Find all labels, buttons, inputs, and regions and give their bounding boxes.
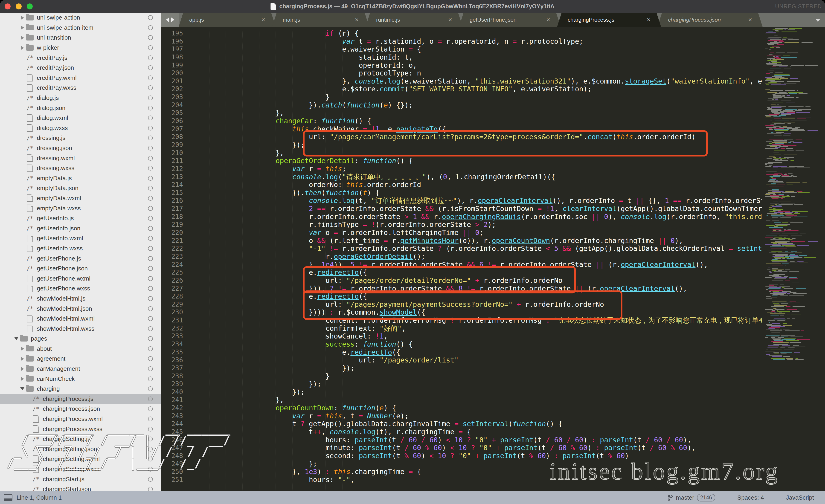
- panel-toggle-icon[interactable]: [4, 494, 12, 501]
- sidebar-file-chargingProcess.js[interactable]: /*chargingProcess.js: [0, 394, 161, 404]
- sidebar-file-chargingProcess.json[interactable]: /*chargingProcess.json: [0, 404, 161, 414]
- close-tab-icon[interactable]: ×: [254, 17, 265, 23]
- sidebar-file-chargingSetting.wxss[interactable]: chargingSetting.wxss: [0, 464, 161, 474]
- sidebar-file-dialog.json[interactable]: /*dialog.json: [0, 103, 161, 113]
- minimap-mark: [771, 310, 775, 311]
- close-tab-icon[interactable]: ×: [442, 17, 452, 23]
- sidebar-file-dressing.js[interactable]: /*dressing.js: [0, 133, 161, 143]
- sidebar-file-showModelHtml.json[interactable]: /*showModelHtml.json: [0, 304, 161, 314]
- sidebar-file-getUserInfo.wxss[interactable]: getUserInfo.wxss: [0, 244, 161, 254]
- minimap-mark: [772, 291, 779, 292]
- minimap-mark: [774, 75, 790, 76]
- file-status-circle-icon: [148, 56, 153, 60]
- sidebar-file-showModelHtml.wxml[interactable]: showModelHtml.wxml: [0, 314, 161, 324]
- sidebar-folder-charging[interactable]: charging: [0, 384, 161, 394]
- chevron-right-icon[interactable]: [21, 36, 24, 40]
- sidebar-folder-carManagement[interactable]: carManagement: [0, 364, 161, 374]
- tab-chargingProcess.js[interactable]: chargingProcess.js×: [557, 13, 661, 27]
- sidebar-file-dialog.js[interactable]: /*dialog.js: [0, 93, 161, 103]
- tab-list-dropdown-icon[interactable]: [815, 19, 820, 22]
- sidebar-file-emptyData.wxss[interactable]: emptyData.wxss: [0, 203, 161, 213]
- chevron-right-icon[interactable]: [21, 367, 24, 371]
- tab-chargingProcess.json[interactable]: chargingProcess.json×: [658, 13, 763, 27]
- minimap-mark: [778, 337, 784, 338]
- sidebar-file-getUserPhone.json[interactable]: /*getUserPhone.json: [0, 263, 161, 274]
- sidebar-file-dialog.wxml[interactable]: dialog.wxml: [0, 113, 161, 123]
- code-editor[interactable]: 195 if (r) {196 var t = r.stationId, o =…: [161, 29, 762, 484]
- sidebar-folder-uni-swipe-action-item[interactable]: uni-swipe-action-item: [0, 23, 161, 33]
- sidebar-file-emptyData.json[interactable]: /*emptyData.json: [0, 183, 161, 193]
- tab-getUserPhone.json[interactable]: getUserPhone.json×: [459, 13, 561, 27]
- source-file-icon: /*: [26, 55, 34, 61]
- sidebar-file-chargingStart.js[interactable]: /*chargingStart.js: [0, 474, 161, 484]
- minimize-window-button[interactable]: [16, 3, 22, 9]
- minimap-mark: [773, 342, 789, 343]
- sidebar-file-emptyData.wxml[interactable]: emptyData.wxml: [0, 193, 161, 203]
- sidebar-folder-pages[interactable]: pages: [0, 334, 161, 344]
- minimap[interactable]: [762, 27, 825, 491]
- plain-file-icon: [32, 466, 40, 473]
- zoom-window-button[interactable]: [27, 3, 33, 9]
- cursor-position-group[interactable]: Line 1, Column 1: [4, 494, 62, 501]
- close-tab-icon[interactable]: ×: [348, 17, 359, 23]
- sidebar-file-chargingSetting.js[interactable]: /*chargingSetting.js: [0, 434, 161, 444]
- chevron-right-icon[interactable]: [21, 46, 24, 50]
- sidebar-folder-uni-swipe-action[interactable]: uni-swipe-action: [0, 13, 161, 23]
- sidebar-folder-w-picker[interactable]: w-picker: [0, 43, 161, 53]
- sidebar-file-getUserPhone.wxss[interactable]: getUserPhone.wxss: [0, 283, 161, 293]
- sidebar-file-chargingStart.json[interactable]: /*chargingStart.json: [0, 484, 161, 491]
- sidebar-file-dialog.wxss[interactable]: dialog.wxss: [0, 123, 161, 133]
- chevron-right-icon[interactable]: [21, 25, 24, 30]
- sidebar-file-dressing.wxss[interactable]: dressing.wxss: [0, 163, 161, 173]
- syntax-selector[interactable]: JavaScript: [775, 494, 814, 501]
- sidebar-file-creditPay.wxss[interactable]: creditPay.wxss: [0, 83, 161, 93]
- file-status-circle-icon: [148, 186, 153, 190]
- tab-app.js[interactable]: app.js×: [179, 13, 276, 27]
- file-status-circle-icon: [148, 467, 153, 472]
- sidebar-file-chargingSetting.json[interactable]: /*chargingSetting.json: [0, 444, 161, 454]
- sidebar-file-getUserPhone.wxml[interactable]: getUserPhone.wxml: [0, 273, 161, 283]
- tab-scroll-right-icon[interactable]: [171, 17, 174, 22]
- sidebar-folder-uni-transition[interactable]: uni-transition: [0, 33, 161, 43]
- chevron-right-icon[interactable]: [21, 377, 24, 381]
- file-label: getUserInfo.json: [37, 225, 80, 232]
- sidebar-file-getUserInfo.wxml[interactable]: getUserInfo.wxml: [0, 233, 161, 244]
- chevron-down-icon[interactable]: [20, 387, 24, 390]
- sidebar-file-creditPay.wxml[interactable]: creditPay.wxml: [0, 73, 161, 83]
- indentation-setting[interactable]: Spaces: 4: [726, 494, 775, 501]
- code-line-223: 223 r.operaGetOrderDetail();: [161, 253, 762, 261]
- chevron-right-icon[interactable]: [21, 357, 24, 361]
- sidebar-folder-about[interactable]: about: [0, 344, 161, 354]
- sidebar-file-dressing.wxml[interactable]: dressing.wxml: [0, 153, 161, 163]
- minimap-mark: [770, 39, 781, 39]
- close-tab-icon[interactable]: ×: [640, 17, 651, 23]
- minimap-mark: [785, 212, 793, 213]
- sidebar-folder-agreement[interactable]: agreement: [0, 354, 161, 364]
- tab-scroll-arrows[interactable]: [161, 13, 179, 27]
- sidebar-file-getUserInfo.json[interactable]: /*getUserInfo.json: [0, 223, 161, 233]
- sidebar-file-emptyData.js[interactable]: /*emptyData.js: [0, 173, 161, 183]
- sidebar-file-chargingSetting.wxml[interactable]: chargingSetting.wxml: [0, 454, 161, 464]
- sidebar-file-showModelHtml.js[interactable]: /*showModelHtml.js: [0, 293, 161, 304]
- minimap-mark: [768, 190, 779, 190]
- chevron-down-icon[interactable]: [14, 337, 18, 340]
- chevron-right-icon[interactable]: [21, 16, 24, 20]
- sidebar-file-showModelHtml.wxss[interactable]: showModelHtml.wxss: [0, 324, 161, 334]
- tab-scroll-left-icon[interactable]: [166, 17, 169, 22]
- sidebar-file-getUserInfo.js[interactable]: /*getUserInfo.js: [0, 213, 161, 224]
- sidebar-file-chargingProcess.wxml[interactable]: chargingProcess.wxml: [0, 414, 161, 424]
- close-tab-icon[interactable]: ×: [540, 17, 550, 23]
- sidebar-file-creditPay.js[interactable]: /*creditPay.js: [0, 53, 161, 63]
- sidebar-file-creditPay.json[interactable]: /*creditPay.json: [0, 63, 161, 73]
- tab-main.js[interactable]: main.js×: [272, 13, 369, 27]
- sidebar-file-dressing.json[interactable]: /*dressing.json: [0, 143, 161, 153]
- chevron-right-icon[interactable]: [21, 347, 24, 351]
- git-branch-status[interactable]: master 2146: [657, 494, 726, 501]
- close-tab-icon[interactable]: ×: [741, 17, 752, 23]
- tab-runtime.js[interactable]: runtime.js×: [366, 13, 463, 27]
- sidebar-folder-carNumCheck[interactable]: carNumCheck: [0, 374, 161, 384]
- sidebar-file-chargingProcess.wxss[interactable]: chargingProcess.wxss: [0, 424, 161, 434]
- minimap-mark: [772, 245, 781, 246]
- close-window-button[interactable]: [5, 3, 11, 9]
- sidebar-file-getUserPhone.js[interactable]: /*getUserPhone.js: [0, 253, 161, 263]
